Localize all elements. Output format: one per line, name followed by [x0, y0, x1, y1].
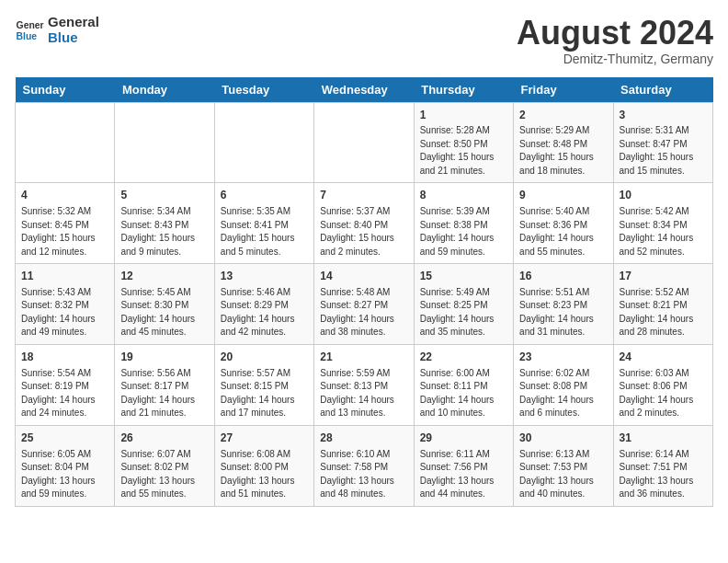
day-number: 21	[320, 350, 407, 365]
day-info: Sunrise: 5:51 AM Sunset: 8:23 PM Dayligh…	[519, 286, 607, 339]
day-info: Sunrise: 5:49 AM Sunset: 8:25 PM Dayligh…	[420, 286, 507, 339]
calendar-cell: 29Sunrise: 6:11 AM Sunset: 7:56 PM Dayli…	[414, 425, 513, 506]
calendar-cell: 2Sunrise: 5:29 AM Sunset: 8:48 PM Daylig…	[514, 102, 613, 183]
calendar-cell: 12Sunrise: 5:45 AM Sunset: 8:30 PM Dayli…	[115, 264, 214, 345]
day-info: Sunrise: 5:59 AM Sunset: 8:13 PM Dayligh…	[320, 367, 407, 420]
day-number: 15	[420, 269, 507, 284]
day-number: 20	[221, 350, 308, 365]
svg-text:General: General	[17, 20, 44, 30]
day-info: Sunrise: 5:31 AM Sunset: 8:47 PM Dayligh…	[620, 124, 707, 178]
calendar-cell: 3Sunrise: 5:31 AM Sunset: 8:47 PM Daylig…	[613, 102, 712, 183]
day-number: 23	[519, 350, 607, 365]
day-info: Sunrise: 5:52 AM Sunset: 8:21 PM Dayligh…	[620, 286, 707, 339]
day-info: Sunrise: 5:34 AM Sunset: 8:43 PM Dayligh…	[120, 205, 208, 259]
day-number: 6	[221, 188, 308, 203]
day-number: 13	[221, 269, 308, 284]
day-number: 30	[519, 431, 607, 446]
calendar-cell: 23Sunrise: 6:02 AM Sunset: 8:08 PM Dayli…	[514, 344, 613, 425]
day-info: Sunrise: 6:08 AM Sunset: 8:00 PM Dayligh…	[221, 448, 308, 501]
day-number: 29	[420, 431, 507, 446]
weekday-header-row: SundayMondayTuesdayWednesdayThursdayFrid…	[16, 77, 713, 103]
day-info: Sunrise: 5:42 AM Sunset: 8:34 PM Dayligh…	[620, 205, 707, 259]
calendar-cell: 18Sunrise: 5:54 AM Sunset: 8:19 PM Dayli…	[16, 344, 115, 425]
calendar-cell: 17Sunrise: 5:52 AM Sunset: 8:21 PM Dayli…	[613, 264, 712, 345]
calendar-cell: 24Sunrise: 6:03 AM Sunset: 8:06 PM Dayli…	[613, 344, 712, 425]
day-number: 31	[620, 431, 707, 446]
logo-blue: Blue	[48, 30, 99, 46]
day-info: Sunrise: 5:46 AM Sunset: 8:29 PM Dayligh…	[221, 286, 308, 339]
calendar-cell: 25Sunrise: 6:05 AM Sunset: 8:04 PM Dayli…	[16, 425, 115, 506]
weekday-sunday: Sunday	[16, 77, 115, 103]
day-info: Sunrise: 5:29 AM Sunset: 8:48 PM Dayligh…	[519, 124, 607, 178]
calendar-cell: 16Sunrise: 5:51 AM Sunset: 8:23 PM Dayli…	[514, 264, 613, 345]
calendar-cell: 14Sunrise: 5:48 AM Sunset: 8:27 PM Dayli…	[314, 264, 414, 345]
day-number: 14	[320, 269, 407, 284]
calendar-cell: 6Sunrise: 5:35 AM Sunset: 8:41 PM Daylig…	[214, 183, 313, 264]
title-block: August 2024 Demitz-Thumitz, Germany	[517, 15, 713, 66]
calendar-cell: 4Sunrise: 5:32 AM Sunset: 8:45 PM Daylig…	[16, 183, 115, 264]
calendar-cell: 10Sunrise: 5:42 AM Sunset: 8:34 PM Dayli…	[613, 183, 712, 264]
day-info: Sunrise: 6:13 AM Sunset: 7:53 PM Dayligh…	[519, 448, 607, 501]
day-number: 1	[420, 108, 507, 123]
day-info: Sunrise: 6:10 AM Sunset: 7:58 PM Dayligh…	[320, 448, 407, 501]
day-number: 7	[320, 188, 407, 203]
day-info: Sunrise: 5:56 AM Sunset: 8:17 PM Dayligh…	[120, 367, 208, 420]
calendar-cell: 22Sunrise: 6:00 AM Sunset: 8:11 PM Dayli…	[414, 344, 513, 425]
calendar-cell: 9Sunrise: 5:40 AM Sunset: 8:36 PM Daylig…	[514, 183, 613, 264]
calendar-cell: 5Sunrise: 5:34 AM Sunset: 8:43 PM Daylig…	[115, 183, 214, 264]
day-number: 19	[120, 350, 208, 365]
day-info: Sunrise: 6:14 AM Sunset: 7:51 PM Dayligh…	[620, 448, 707, 501]
weekday-wednesday: Wednesday	[314, 77, 414, 103]
calendar-cell: 28Sunrise: 6:10 AM Sunset: 7:58 PM Dayli…	[314, 425, 414, 506]
calendar-cell: 7Sunrise: 5:37 AM Sunset: 8:40 PM Daylig…	[314, 183, 414, 264]
day-info: Sunrise: 6:03 AM Sunset: 8:06 PM Dayligh…	[620, 367, 707, 420]
day-info: Sunrise: 5:37 AM Sunset: 8:40 PM Dayligh…	[320, 205, 407, 259]
calendar-cell: 30Sunrise: 6:13 AM Sunset: 7:53 PM Dayli…	[514, 425, 613, 506]
svg-text:Blue: Blue	[17, 30, 38, 40]
day-info: Sunrise: 5:45 AM Sunset: 8:30 PM Dayligh…	[120, 286, 208, 339]
week-row-4: 18Sunrise: 5:54 AM Sunset: 8:19 PM Dayli…	[16, 344, 713, 425]
page-header: General Blue General Blue August 2024 De…	[15, 15, 713, 66]
calendar-cell: 13Sunrise: 5:46 AM Sunset: 8:29 PM Dayli…	[214, 264, 313, 345]
day-number: 26	[120, 431, 208, 446]
day-number: 9	[519, 188, 607, 203]
calendar-cell: 1Sunrise: 5:28 AM Sunset: 8:50 PM Daylig…	[414, 102, 513, 183]
day-info: Sunrise: 5:40 AM Sunset: 8:36 PM Dayligh…	[519, 205, 607, 259]
day-number: 16	[519, 269, 607, 284]
weekday-saturday: Saturday	[613, 77, 712, 103]
day-number: 11	[21, 269, 108, 284]
day-info: Sunrise: 5:57 AM Sunset: 8:15 PM Dayligh…	[221, 367, 308, 420]
week-row-5: 25Sunrise: 6:05 AM Sunset: 8:04 PM Dayli…	[16, 425, 713, 506]
calendar-cell: 19Sunrise: 5:56 AM Sunset: 8:17 PM Dayli…	[115, 344, 214, 425]
day-number: 4	[21, 188, 108, 203]
day-number: 28	[320, 431, 407, 446]
day-info: Sunrise: 6:00 AM Sunset: 8:11 PM Dayligh…	[420, 367, 507, 420]
day-info: Sunrise: 5:43 AM Sunset: 8:32 PM Dayligh…	[21, 286, 108, 339]
day-info: Sunrise: 6:11 AM Sunset: 7:56 PM Dayligh…	[420, 448, 507, 501]
week-row-3: 11Sunrise: 5:43 AM Sunset: 8:32 PM Dayli…	[16, 264, 713, 345]
weekday-monday: Monday	[115, 77, 214, 103]
day-number: 12	[120, 269, 208, 284]
day-number: 22	[420, 350, 507, 365]
calendar-cell: 20Sunrise: 5:57 AM Sunset: 8:15 PM Dayli…	[214, 344, 313, 425]
calendar-cell	[314, 102, 414, 183]
calendar-cell: 21Sunrise: 5:59 AM Sunset: 8:13 PM Dayli…	[314, 344, 414, 425]
calendar-cell: 27Sunrise: 6:08 AM Sunset: 8:00 PM Dayli…	[214, 425, 313, 506]
weekday-friday: Friday	[514, 77, 613, 103]
day-number: 8	[420, 188, 507, 203]
day-info: Sunrise: 5:54 AM Sunset: 8:19 PM Dayligh…	[21, 367, 108, 420]
day-info: Sunrise: 6:07 AM Sunset: 8:02 PM Dayligh…	[120, 448, 208, 501]
calendar-cell: 26Sunrise: 6:07 AM Sunset: 8:02 PM Dayli…	[115, 425, 214, 506]
day-info: Sunrise: 5:32 AM Sunset: 8:45 PM Dayligh…	[21, 205, 108, 259]
logo-icon: General Blue	[15, 16, 44, 45]
calendar-table: SundayMondayTuesdayWednesdayThursdayFrid…	[15, 77, 713, 507]
day-number: 10	[620, 188, 707, 203]
day-info: Sunrise: 6:05 AM Sunset: 8:04 PM Dayligh…	[21, 448, 108, 501]
day-number: 27	[221, 431, 308, 446]
weekday-thursday: Thursday	[414, 77, 513, 103]
logo-general: General	[48, 15, 99, 30]
day-number: 5	[120, 188, 208, 203]
day-number: 18	[21, 350, 108, 365]
day-number: 25	[21, 431, 108, 446]
week-row-2: 4Sunrise: 5:32 AM Sunset: 8:45 PM Daylig…	[16, 183, 713, 264]
